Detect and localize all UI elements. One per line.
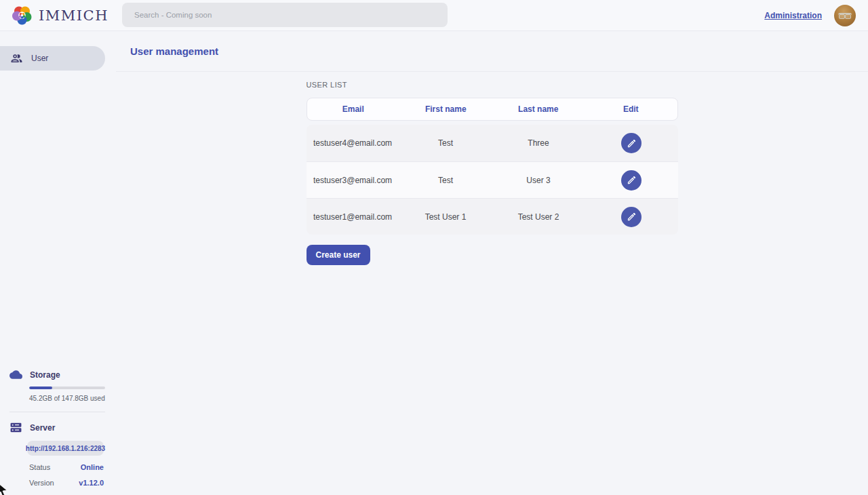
sidebar-divider bbox=[9, 412, 105, 412]
server-icon bbox=[9, 421, 22, 434]
edit-user-button[interactable] bbox=[621, 207, 642, 227]
avatar[interactable] bbox=[834, 5, 856, 26]
administration-link[interactable]: Administration bbox=[764, 11, 822, 20]
column-header-first-name: First name bbox=[399, 104, 492, 114]
user-list-label: USER LIST bbox=[307, 81, 678, 89]
server-section: Server http://192.168.1.216:2283 Status … bbox=[0, 421, 116, 487]
pencil-icon bbox=[627, 138, 637, 148]
server-status-row: Status Online bbox=[29, 463, 104, 471]
cell-first-name: Test User 1 bbox=[399, 212, 492, 222]
sidebar-item-user[interactable]: User bbox=[0, 46, 105, 71]
cell-last-name: Test User 2 bbox=[492, 212, 585, 222]
cell-email: testuser3@email.com bbox=[307, 176, 399, 185]
cell-last-name: Three bbox=[492, 138, 585, 148]
admin-sidebar: User Storage 45.2GB of 147.8GB used bbox=[0, 31, 116, 495]
cell-first-name: Test bbox=[399, 138, 492, 148]
avatar-photo-detail bbox=[838, 13, 852, 18]
app-wordmark: IMMICH bbox=[39, 7, 108, 24]
sidebar-item-label: User bbox=[31, 54, 48, 63]
users-icon bbox=[10, 52, 23, 65]
storage-usage-text: 45.2GB of 147.8GB used bbox=[29, 395, 116, 402]
server-version-row: Version v1.12.0 bbox=[29, 479, 104, 487]
mouse-cursor bbox=[0, 483, 10, 495]
column-header-last-name: Last name bbox=[492, 104, 585, 114]
version-label: Version bbox=[29, 479, 54, 487]
cell-first-name: Test bbox=[399, 176, 492, 185]
storage-section: Storage 45.2GB of 147.8GB used bbox=[0, 368, 116, 402]
cell-email: testuser1@email.com bbox=[307, 212, 399, 222]
server-title: Server bbox=[30, 423, 55, 433]
column-header-email: Email bbox=[307, 104, 400, 114]
table-row: testuser3@email.com Test User 3 bbox=[307, 161, 678, 198]
search-input[interactable] bbox=[122, 3, 448, 27]
edit-user-button[interactable] bbox=[621, 133, 642, 153]
cloud-icon bbox=[9, 368, 22, 381]
create-user-button[interactable]: Create user bbox=[307, 245, 370, 265]
page-title: User management bbox=[130, 45, 218, 57]
cell-last-name: User 3 bbox=[492, 176, 585, 185]
pencil-icon bbox=[627, 175, 637, 185]
status-value: Online bbox=[81, 463, 104, 471]
main-panel: User management USER LIST Email First na… bbox=[116, 31, 868, 495]
pencil-icon bbox=[627, 212, 637, 222]
top-bar: IMMICH Administration bbox=[0, 0, 868, 31]
version-value: v1.12.0 bbox=[79, 479, 104, 487]
app-logo[interactable]: IMMICH bbox=[11, 4, 108, 26]
column-header-edit: Edit bbox=[585, 104, 677, 114]
user-table: Email First name Last name Edit testuser… bbox=[307, 98, 678, 235]
edit-user-button[interactable] bbox=[621, 170, 642, 191]
page-header: User management bbox=[116, 31, 868, 72]
storage-progress-bar bbox=[29, 387, 105, 389]
table-header-row: Email First name Last name Edit bbox=[307, 98, 678, 121]
status-label: Status bbox=[29, 463, 50, 471]
server-url-chip: http://192.168.1.216:2283 bbox=[27, 441, 104, 456]
storage-title: Storage bbox=[30, 370, 60, 380]
immich-logo-icon bbox=[11, 4, 33, 26]
sidebar-footer: Storage 45.2GB of 147.8GB used bbox=[0, 368, 116, 487]
cell-email: testuser4@email.com bbox=[307, 138, 399, 148]
table-row: testuser4@email.com Test Three bbox=[307, 125, 678, 161]
storage-progress-fill bbox=[29, 387, 52, 389]
table-row: testuser1@email.com Test User 1 Test Use… bbox=[307, 198, 678, 235]
